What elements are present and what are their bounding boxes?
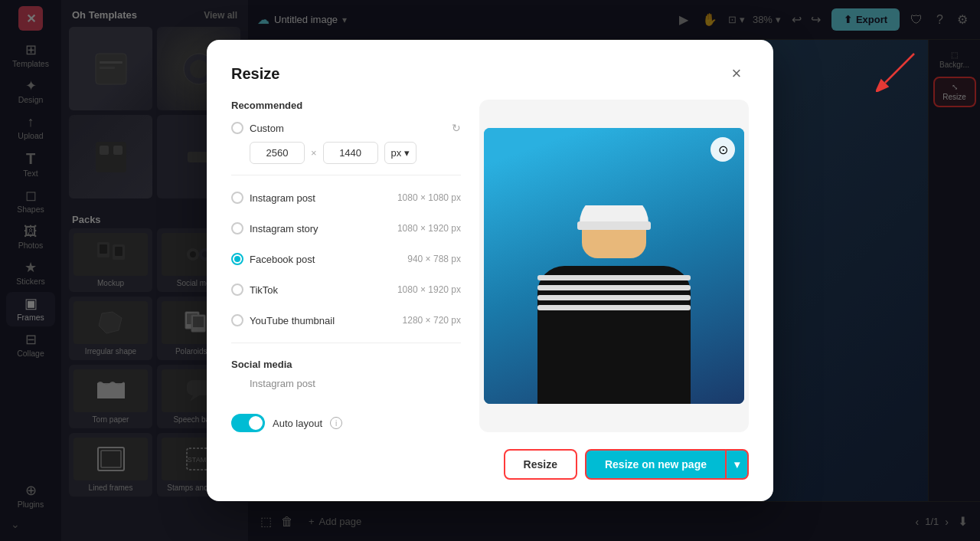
instagram-post-radio[interactable] (231, 192, 243, 204)
custom-label: Custom (250, 123, 446, 134)
custom-radio[interactable] (231, 122, 243, 134)
auto-layout-label: Auto layout (273, 418, 322, 429)
modal-overlay: Resize × Recommended Custom ↻ × (0, 0, 980, 541)
height-input[interactable] (323, 142, 378, 164)
option-left: TikTok (231, 284, 278, 296)
option-tiktok[interactable]: TikTok 1080 × 1920 px (231, 278, 461, 301)
option-label: YouTube thumbnail (250, 315, 335, 326)
option-left: Instagram story (231, 222, 318, 234)
youtube-radio[interactable] (231, 314, 243, 326)
option-dims: 1080 × 1920 px (397, 223, 461, 234)
social-media-label: Social media (231, 359, 461, 370)
dimensions-row: × px ▾ (231, 142, 461, 164)
option-instagram-post[interactable]: Instagram post 1080 × 1080 px (231, 186, 461, 209)
recommended-label: Recommended (231, 100, 461, 111)
focus-icon[interactable]: ⊙ (710, 137, 735, 162)
option-instagram-story[interactable]: Instagram story 1080 × 1920 px (231, 217, 461, 240)
option-dims: 1080 × 1080 px (397, 192, 461, 203)
tiktok-radio[interactable] (231, 284, 243, 296)
toggle-knob (249, 416, 263, 430)
option-label: Instagram post (250, 192, 315, 204)
modal-close-btn[interactable]: × (724, 61, 749, 86)
option-label: TikTok (250, 284, 278, 296)
option-dims: 1080 × 1920 px (397, 284, 461, 295)
modal-body: Recommended Custom ↻ × px ▾ (231, 100, 749, 432)
refresh-icon[interactable]: ↻ (452, 122, 461, 134)
unit-chevron: ▾ (404, 147, 410, 159)
option-left: YouTube thumbnail (231, 314, 335, 326)
resize-new-page-group: Resize on new page ▾ (585, 449, 749, 480)
resize-new-page-button[interactable]: Resize on new page (585, 449, 727, 480)
unit-value: px (391, 147, 402, 159)
option-left: Instagram post (231, 192, 315, 204)
option-dims: 940 × 788 px (407, 254, 461, 264)
resize-options: Recommended Custom ↻ × px ▾ (231, 100, 461, 432)
auto-layout-info-icon[interactable]: i (330, 417, 342, 429)
auto-layout-toggle[interactable] (231, 414, 265, 432)
auto-layout-row: Auto layout i (231, 414, 461, 432)
modal-title: Resize (231, 65, 279, 83)
option-label: Facebook post (250, 254, 315, 265)
option-label: Instagram story (250, 223, 318, 234)
modal-header: Resize × (231, 61, 749, 86)
social-sub-label[interactable]: Instagram post (231, 378, 461, 389)
resize-preview-panel: ⊙ (479, 100, 749, 432)
resize-modal: Resize × Recommended Custom ↻ × (207, 40, 773, 501)
dimension-separator: × (311, 147, 317, 159)
width-input[interactable] (250, 142, 305, 164)
modal-footer: Resize Resize on new page ▾ (231, 446, 749, 480)
facebook-post-radio-selected[interactable] (231, 253, 243, 265)
resize-preview-image: ⊙ (484, 128, 744, 404)
resize-button[interactable]: Resize (504, 449, 577, 480)
resize-new-page-dropdown-btn[interactable]: ▾ (727, 449, 749, 480)
option-facebook-post[interactable]: Facebook post 940 × 788 px (231, 248, 461, 270)
custom-option[interactable]: Custom ↻ (231, 122, 461, 134)
option-dims: 1280 × 720 px (403, 315, 461, 326)
instagram-story-radio[interactable] (231, 222, 243, 234)
option-youtube[interactable]: YouTube thumbnail 1280 × 720 px (231, 309, 461, 332)
unit-dropdown[interactable]: px ▾ (384, 142, 417, 164)
option-left: Facebook post (231, 253, 315, 265)
